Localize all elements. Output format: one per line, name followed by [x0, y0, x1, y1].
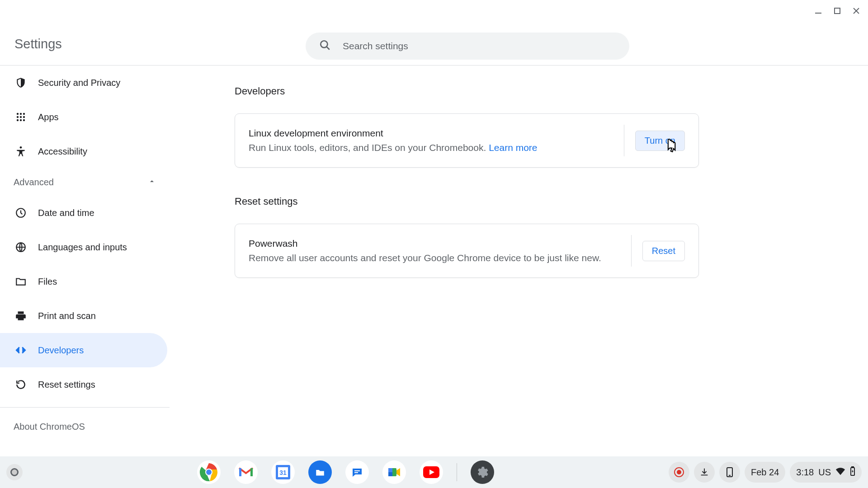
svg-rect-32 [388, 472, 392, 476]
sidebar-item-label: Languages and inputs [38, 242, 127, 253]
card-description: Run Linux tools, editors, and IDEs on yo… [249, 142, 538, 153]
svg-point-20 [206, 469, 212, 475]
svg-rect-29 [354, 472, 358, 473]
sidebar: Security and Privacy Apps Accessibility … [0, 66, 170, 456]
app-files[interactable] [308, 460, 332, 484]
app-gmail[interactable] [234, 460, 258, 484]
shelf-separator [457, 463, 457, 481]
card-title: Linux development environment [249, 128, 538, 139]
status-tray[interactable]: 3:18 US [790, 462, 862, 483]
wifi-icon [835, 467, 845, 477]
globe-icon [14, 240, 28, 254]
linux-dev-card: Linux development environment Run Linux … [235, 113, 699, 168]
sidebar-item-accessibility[interactable]: Accessibility [0, 134, 167, 169]
svg-point-14 [23, 119, 25, 121]
reset-button[interactable]: Reset [642, 241, 685, 261]
phone-hub-icon[interactable] [719, 462, 740, 483]
sidebar-item-label: Date and time [38, 208, 94, 218]
section-title-reset: Reset settings [235, 196, 698, 207]
svg-point-8 [23, 113, 25, 115]
sidebar-item-reset[interactable]: Reset settings [0, 367, 167, 402]
svg-point-15 [20, 146, 22, 149]
apps-icon [14, 110, 28, 124]
main-content: Developers Linux development environment… [170, 66, 698, 456]
svg-rect-39 [852, 467, 854, 468]
svg-rect-21 [239, 468, 241, 476]
svg-line-5 [326, 47, 330, 50]
app-calendar[interactable]: 31 [271, 460, 295, 484]
shelf-apps: 31 [197, 460, 494, 484]
shield-icon [14, 75, 28, 90]
sidebar-item-label: Apps [38, 112, 59, 122]
search-input[interactable] [343, 41, 569, 52]
app-settings[interactable] [471, 460, 494, 484]
launcher-icon [10, 468, 19, 476]
search-container[interactable] [306, 33, 629, 60]
sidebar-item-print[interactable]: Print and scan [0, 299, 167, 333]
sidebar-item-label: Security and Privacy [38, 78, 120, 88]
svg-point-10 [20, 116, 22, 118]
app-header: Settings [0, 0, 868, 66]
svg-point-9 [17, 116, 19, 118]
sidebar-item-files[interactable]: Files [0, 264, 167, 299]
card-desc-text: Run Linux tools, editors, and IDEs on yo… [249, 142, 489, 153]
svg-text:31: 31 [279, 469, 287, 476]
sidebar-item-label: Reset settings [38, 380, 95, 390]
chevron-up-icon [148, 178, 156, 187]
svg-point-13 [20, 119, 22, 121]
app-youtube[interactable] [420, 460, 443, 484]
svg-rect-28 [354, 470, 360, 471]
clock-icon [14, 206, 28, 220]
page-title: Settings [14, 37, 62, 52]
svg-point-7 [20, 113, 22, 115]
code-icon [14, 343, 28, 357]
card-title: Powerwash [249, 238, 601, 249]
date-tray[interactable]: Feb 24 [745, 462, 785, 483]
svg-point-11 [23, 116, 25, 118]
svg-rect-31 [388, 468, 392, 472]
date-text: Feb 24 [751, 467, 779, 478]
learn-more-link[interactable]: Learn more [489, 142, 537, 153]
locale-text: US [818, 467, 831, 478]
section-title-developers: Developers [235, 85, 698, 97]
turn-on-button[interactable]: Turn on [635, 131, 685, 151]
sidebar-item-security[interactable]: Security and Privacy [0, 66, 167, 100]
svg-rect-22 [250, 468, 253, 476]
sidebar-item-apps[interactable]: Apps [0, 100, 167, 134]
sidebar-item-about[interactable]: About ChromeOS [0, 413, 170, 440]
card-description: Remove all user accounts and reset your … [249, 253, 601, 263]
sidebar-item-label: Developers [38, 345, 84, 356]
sidebar-item-label: Print and scan [38, 311, 96, 321]
search-icon [319, 39, 331, 53]
launcher-button[interactable] [6, 464, 23, 480]
sidebar-advanced-toggle[interactable]: Advanced [0, 169, 164, 196]
about-label: About ChromeOS [14, 422, 85, 432]
sidebar-item-label: Files [38, 277, 57, 287]
sidebar-item-label: Accessibility [38, 146, 87, 157]
downloads-tray-icon[interactable] [694, 462, 715, 483]
sidebar-item-developers[interactable]: Developers [0, 333, 167, 367]
app-messages[interactable] [345, 460, 369, 484]
sidebar-divider [0, 407, 170, 408]
svg-point-35 [677, 470, 681, 474]
svg-point-4 [321, 41, 327, 47]
sidebar-item-datetime[interactable]: Date and time [0, 196, 167, 230]
system-tray: Feb 24 3:18 US [669, 462, 862, 483]
battery-icon [850, 466, 855, 478]
taskbar: 31 Feb 24 3:18 US [0, 456, 868, 488]
svg-point-6 [17, 113, 19, 115]
printer-icon [14, 309, 28, 323]
app-chrome[interactable] [197, 460, 221, 484]
svg-point-12 [17, 119, 19, 121]
advanced-label: Advanced [14, 177, 54, 188]
powerwash-card: Powerwash Remove all user accounts and r… [235, 224, 699, 278]
sidebar-item-languages[interactable]: Languages and inputs [0, 230, 167, 264]
time-text: 3:18 [796, 467, 814, 478]
accessibility-icon [14, 144, 28, 159]
recording-indicator[interactable] [669, 462, 689, 483]
app-meet[interactable] [382, 460, 406, 484]
reset-icon [14, 377, 28, 392]
folder-icon [14, 274, 28, 289]
